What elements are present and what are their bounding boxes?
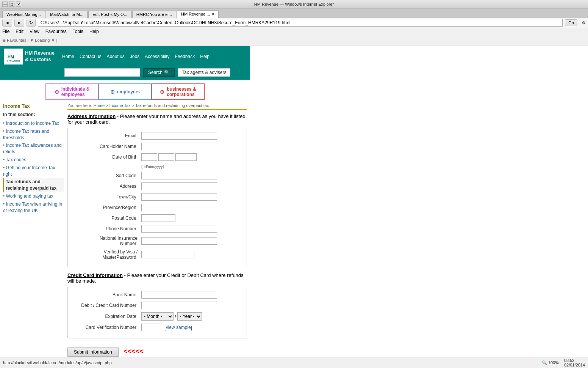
nav-accessibility[interactable]: Accessibility: [145, 54, 169, 59]
email-row: Email:: [73, 132, 241, 140]
sidebar-item-arriving[interactable]: Income Tax when arriving in or leaving t…: [3, 200, 64, 215]
dob-year-input[interactable]: [175, 153, 197, 161]
businesses-btn[interactable]: ⊙ businesses &corporations: [152, 83, 205, 100]
svg-text:HM: HM: [8, 55, 14, 59]
tab-hmrc-revenue[interactable]: HM Revenue ... ✕: [177, 10, 219, 18]
menu-favourites[interactable]: Favourites: [45, 29, 67, 34]
bank-row: Bank Name:: [73, 291, 241, 299]
nav-contact[interactable]: Contact us: [80, 54, 101, 59]
address-label: Address:: [73, 184, 141, 189]
sidebar-item-codes[interactable]: Tax codes: [3, 156, 64, 164]
sidebar-item-getting[interactable]: Getting your Income Tax right: [3, 164, 64, 178]
email-input[interactable]: [141, 132, 217, 140]
cardnum-row: Debit / Credit Card Number:: [73, 302, 241, 309]
maximize-btn[interactable]: □: [9, 2, 14, 7]
sidebar: Income Tax In this section: Introduction…: [3, 103, 64, 366]
menu-edit[interactable]: Edit: [16, 29, 23, 34]
title-bar: — □ ✕ HM Revenue — Windows Internet Expl…: [0, 0, 588, 9]
nav-jobs[interactable]: Jobs: [130, 54, 139, 59]
cardholder-row: CardHolder Name:: [73, 143, 241, 150]
sidebar-title: Income Tax: [3, 103, 64, 109]
sidebar-item-working[interactable]: Working and paying tax: [3, 192, 64, 200]
tabs-bar: WebHost Manag... MailWatch for M... Edit…: [0, 9, 588, 18]
phone-input[interactable]: [141, 225, 217, 233]
go-btn[interactable]: Go: [565, 19, 577, 26]
visa-label: Verified by Visa /MasterPassword:: [73, 249, 141, 260]
sidebar-item-intro[interactable]: Introduction to Income Tax: [3, 120, 64, 127]
phone-row: Phone Number:: [73, 225, 241, 233]
nav-help[interactable]: Help: [200, 54, 210, 59]
menu-file[interactable]: File: [2, 29, 9, 34]
page-content: HM Revenue HM Revenue & Customs Home Con…: [0, 46, 250, 368]
breadcrumb: You are here: Home > Income Tax > Tax re…: [67, 103, 247, 110]
menu-help[interactable]: Help: [89, 29, 99, 34]
dob-row: Date of Birth: [73, 153, 241, 161]
visa-input[interactable]: [141, 251, 194, 258]
expiry-label: Expiration Date:: [73, 314, 141, 319]
tax-agents-button[interactable]: Tax agents & advisers: [178, 68, 230, 77]
cardholder-input[interactable]: [141, 143, 217, 150]
nav-about[interactable]: About us: [106, 54, 124, 59]
tab-hmrc-eligible[interactable]: HMRC You are el...: [132, 11, 176, 18]
postal-input[interactable]: [141, 214, 175, 222]
back-btn[interactable]: ◄: [2, 19, 12, 27]
credit-form-block: Bank Name: Debit / Credit Card Number: E…: [67, 287, 247, 338]
ni-label: National InsuranceNumber:: [73, 236, 141, 246]
address-row: Address:: [73, 182, 241, 190]
view-sample-link[interactable]: view sample: [166, 325, 191, 330]
nav-feedback[interactable]: Feedback: [175, 54, 195, 59]
bank-input[interactable]: [141, 291, 217, 299]
tab-mailwatch[interactable]: MailWatch for M...: [46, 11, 88, 18]
dob-day-input[interactable]: [141, 153, 157, 161]
compat-btn[interactable]: ⚙: [582, 20, 586, 25]
cardnum-input[interactable]: [141, 302, 217, 309]
menu-bar: File Edit View Favourites Tools Help: [0, 28, 588, 35]
expiry-year-select[interactable]: - Year - 201420152016 2017201820192020: [177, 312, 202, 321]
sortcode-input[interactable]: [141, 172, 217, 179]
datetime: 08:5202/01/2014: [564, 358, 585, 367]
minimize-btn[interactable]: —: [2, 2, 8, 7]
address-input[interactable]: [141, 182, 217, 190]
menu-view[interactable]: View: [30, 29, 39, 34]
search-button[interactable]: Search 🔍: [143, 68, 175, 77]
menu-tools[interactable]: Tools: [73, 29, 83, 34]
refresh-btn[interactable]: ↻: [27, 19, 36, 27]
title-text: HM Revenue — Windows Internet Explorer: [254, 2, 334, 6]
hmrc-logo: HM Revenue HM Revenue & Customs: [4, 49, 55, 64]
expiry-month-select[interactable]: - Month - JanuaryFebruaryMarch AprilMayJ…: [141, 312, 174, 321]
postal-row: Postal Code:: [73, 214, 241, 222]
tab-webhost[interactable]: WebHost Manag...: [2, 11, 45, 18]
visa-row: Verified by Visa /MasterPassword:: [73, 249, 241, 260]
address-input[interactable]: [38, 19, 563, 27]
cardnum-label: Debit / Credit Card Number:: [73, 303, 141, 308]
nav-home[interactable]: Home: [62, 54, 74, 59]
breadcrumb-home[interactable]: Home: [94, 103, 105, 108]
town-input[interactable]: [141, 193, 217, 201]
sortcode-row: Sort Code:: [73, 172, 241, 179]
submit-button[interactable]: Submit Information: [67, 348, 119, 357]
dob-hint-row: (dd/mm/yyyy): [73, 164, 241, 169]
employers-btn[interactable]: ⊙ employers: [99, 83, 152, 100]
forward-btn[interactable]: ►: [14, 19, 24, 27]
dob-hint: (dd/mm/yyyy): [141, 165, 164, 169]
search-input[interactable]: [64, 68, 140, 77]
sidebar-item-allowances[interactable]: Income Tax allowances and reliefs: [3, 142, 64, 156]
tab-editpost[interactable]: Edit Post « My O...: [88, 11, 131, 18]
employers-arrow-icon: ⊙: [110, 89, 115, 95]
ni-input[interactable]: [141, 237, 217, 245]
cardholder-label: CardHolder Name:: [73, 144, 141, 149]
status-bar: http://blackdevil.weboldala.net/modules/…: [0, 357, 588, 368]
sortcode-label: Sort Code:: [73, 173, 141, 178]
sidebar-item-refunds[interactable]: Tax refunds and reclaiming overpaid tax: [3, 178, 64, 192]
sidebar-item-rates[interactable]: Income Tax rates and thresholds: [3, 127, 64, 142]
province-input[interactable]: [141, 204, 217, 211]
close-btn[interactable]: ✕: [16, 2, 21, 7]
sidebar-section-title: In this section:: [3, 112, 64, 117]
province-label: Province/Region:: [73, 205, 141, 210]
credit-section-title: Credit Card Information: [67, 272, 123, 278]
breadcrumb-incometax[interactable]: Income Tax: [109, 103, 131, 108]
cvn-input[interactable]: [141, 324, 162, 331]
dob-month-input[interactable]: [158, 153, 174, 161]
address-form-block: Email: CardHolder Name: Date of Birth: [67, 128, 247, 267]
individuals-btn[interactable]: ⊙ individuals &employees: [45, 83, 99, 100]
